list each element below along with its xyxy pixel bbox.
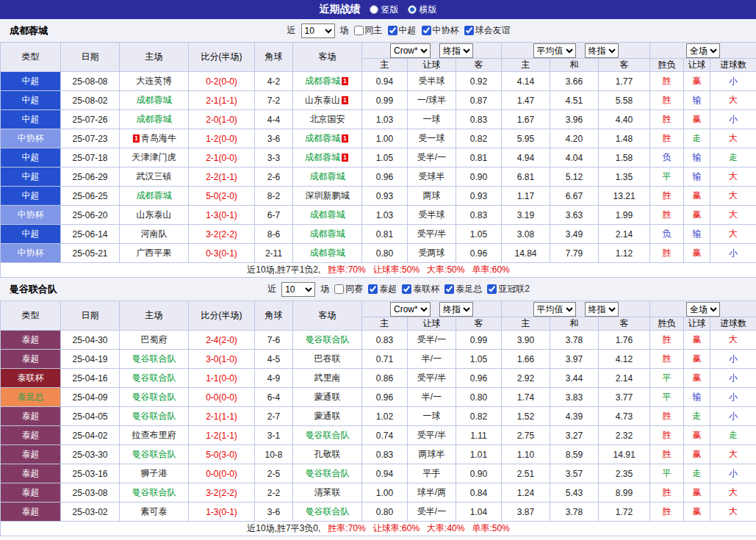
away-team-name[interactable]: 曼谷联合队	[306, 506, 350, 516]
away-team-name[interactable]: 成都蓉城	[305, 133, 340, 143]
result-handicap: 输	[684, 91, 710, 110]
home-team-name[interactable]: 曼谷联合队	[132, 353, 176, 364]
match-row: 中超25-06-29武汉三镇2-2(1-1)2-6成都蓉城0.96受球半0.90…	[1, 168, 756, 187]
home-team-name[interactable]: 曼谷联合队	[132, 372, 176, 383]
home-team-name[interactable]: 狮子港	[141, 468, 168, 478]
filter-checkbox[interactable]	[334, 284, 344, 294]
team-section: 成都蓉城近10场同主中超中协杯球会友谊类型日期主场比分(半场)角球客场Crow*…	[0, 19, 756, 278]
home-team-name[interactable]: 拉查布里府	[132, 430, 176, 440]
layout-option-vertical[interactable]: 竖版	[370, 4, 399, 16]
odds-handicap: 两球	[408, 187, 456, 206]
home-team-name[interactable]: 成都蓉城	[137, 114, 172, 124]
avg-draw: 3.57	[550, 464, 599, 483]
bookmaker-select[interactable]: Crow*	[390, 43, 431, 58]
away-team-name[interactable]: 蒙通联	[314, 392, 341, 402]
final-odds-select[interactable]: 终指	[585, 43, 619, 58]
away-team-name[interactable]: 曼谷联合队	[306, 468, 350, 478]
col-header: 客场	[293, 43, 362, 72]
avg-away: 4.40	[599, 110, 650, 129]
filter-check[interactable]: 同赛	[334, 283, 363, 295]
avg-home: 2.51	[502, 464, 550, 483]
scope-select[interactable]: 全场	[686, 302, 720, 317]
away-team-name[interactable]: 成都蓉城	[310, 228, 345, 239]
filter-checkbox[interactable]	[388, 26, 397, 35]
home-team-name[interactable]: 河南队	[141, 228, 168, 239]
filter-checkbox[interactable]	[464, 26, 474, 35]
home-team-name[interactable]: 广西平果	[137, 248, 172, 258]
match-row: 中超25-06-14河南队3-2(2-2)8-6成都蓉城0.81受平/半1.05…	[1, 225, 756, 244]
home-team-name[interactable]: 曼谷联合队	[132, 392, 176, 402]
filter-check[interactable]: 泰超	[368, 283, 397, 295]
home-team-name[interactable]: 武汉三镇	[137, 171, 172, 181]
filter-check[interactable]: 中超	[388, 24, 417, 37]
match-count-select[interactable]: 10	[301, 24, 335, 38]
away-team-name[interactable]: 曼谷联合队	[306, 430, 350, 440]
home-team-name[interactable]: 青岛海牛	[141, 133, 176, 143]
away-team-name[interactable]: 成都蓉城	[310, 171, 345, 181]
results-table: 类型日期主场比分(半场)角球客场Crow*终指平均值终指全场主让球客主和客胜负让…	[0, 42, 756, 278]
away-team-name[interactable]: 深圳新鹏城	[306, 190, 350, 201]
result-goals: 大	[710, 91, 756, 110]
filter-checkbox[interactable]	[402, 284, 411, 294]
home-team-name[interactable]: 天津津门虎	[132, 152, 176, 162]
home-team-name[interactable]: 曼谷联合队	[132, 411, 176, 421]
filter-check[interactable]: 亚冠联2	[487, 283, 530, 295]
away-team-name[interactable]: 蒙通联	[314, 411, 341, 421]
home-team-name[interactable]: 山东泰山	[137, 209, 172, 220]
home-team-name[interactable]: 曼谷联合队	[132, 487, 176, 497]
score: 2-4(2-0)	[189, 331, 255, 350]
away-team-name[interactable]: 曼谷联合队	[306, 334, 350, 345]
final-odds-select[interactable]: 终指	[439, 302, 473, 317]
scope-select[interactable]: 全场	[686, 43, 720, 58]
home-team-name[interactable]: 曼谷联合队	[132, 449, 176, 459]
away-team-name[interactable]: 山东泰山	[305, 95, 340, 105]
filter-check[interactable]: 中协杯	[422, 24, 459, 37]
home-team-name[interactable]: 成都蓉城	[137, 190, 172, 201]
home-team-name[interactable]: 成都蓉城	[137, 95, 172, 105]
filter-checkbox[interactable]	[422, 26, 431, 35]
filter-check[interactable]: 同主	[354, 24, 383, 37]
result-outcome: 负	[650, 148, 684, 168]
match-date: 25-06-14	[61, 225, 120, 244]
filter-checkbox[interactable]	[354, 26, 364, 35]
filter-check[interactable]: 泰联杯	[402, 283, 439, 295]
away-team-name[interactable]: 成都蓉城	[305, 152, 340, 162]
home-team-cell: 曼谷联合队	[120, 445, 189, 464]
filter-check[interactable]: 泰足总	[444, 283, 482, 295]
filter-checkbox[interactable]	[487, 284, 497, 294]
league-type-badge: 中超	[1, 225, 61, 244]
away-team-name[interactable]: 巴吞联	[314, 353, 341, 364]
filter-check[interactable]: 球会友谊	[464, 24, 511, 37]
away-team-name[interactable]: 成都蓉城	[310, 209, 345, 220]
away-team-name[interactable]: 北京国安	[310, 114, 345, 124]
filter-check-label: 亚冠联2	[498, 283, 530, 295]
result-handicap: 赢	[684, 187, 710, 206]
final-odds-select[interactable]: 终指	[439, 43, 473, 58]
final-odds-select[interactable]: 终指	[585, 302, 619, 317]
away-team-cell: 曼谷联合队	[293, 331, 362, 350]
filter-checkbox[interactable]	[444, 284, 454, 294]
layout-option-horizontal[interactable]: 横版	[408, 4, 437, 16]
match-count-select[interactable]: 10	[281, 282, 315, 297]
home-team-name[interactable]: 大连英博	[137, 76, 172, 86]
away-team-name[interactable]: 成都蓉城	[305, 76, 340, 86]
corner-score: 3-3	[255, 148, 293, 168]
red-card-badge: 1	[342, 77, 348, 85]
result-outcome: 平	[650, 369, 684, 388]
average-select[interactable]: 平均值	[533, 302, 576, 317]
away-team-name[interactable]: 孔敬联	[314, 449, 341, 459]
home-team-name[interactable]: 巴蜀府	[141, 334, 168, 345]
avg-home: 1.67	[502, 110, 550, 129]
filter-checkbox[interactable]	[368, 284, 378, 294]
home-team-name[interactable]: 素可泰	[141, 506, 168, 516]
away-team-name[interactable]: 武里南	[314, 372, 341, 383]
odds-handicap: 一球	[408, 110, 456, 129]
away-team-name[interactable]: 清莱联	[314, 487, 341, 497]
match-row: 泰超25-03-16狮子港0-0(0-0)2-5曼谷联合队0.94平手0.902…	[1, 464, 756, 483]
home-team-cell: 天津津门虎	[120, 148, 189, 168]
away-team-name[interactable]: 成都蓉城	[310, 248, 345, 258]
avg-draw: 7.79	[550, 244, 599, 263]
bookmaker-select[interactable]: Crow*	[390, 302, 431, 317]
average-select[interactable]: 平均值	[533, 43, 576, 58]
summary-stat: 单率:50%	[472, 523, 509, 533]
